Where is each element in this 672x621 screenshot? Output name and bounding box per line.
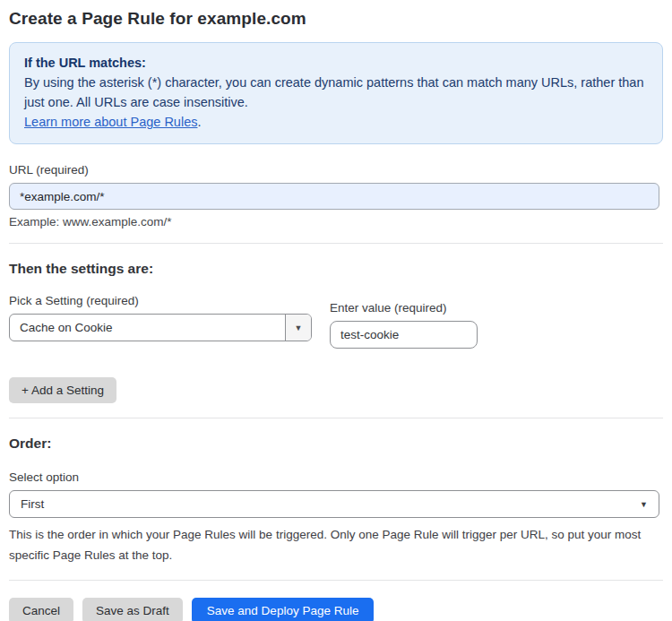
learn-more-link[interactable]: Learn more about Page Rules bbox=[24, 115, 197, 129]
footer-actions: Cancel Save as Draft Save and Deploy Pag… bbox=[9, 598, 663, 621]
add-setting-button[interactable]: + Add a Setting bbox=[9, 377, 116, 403]
order-select-value: First bbox=[21, 497, 44, 511]
url-example: Example: www.example.com/* bbox=[9, 215, 663, 229]
footer-divider bbox=[9, 580, 663, 581]
info-box-link-line: Learn more about Page Rules. bbox=[24, 112, 648, 132]
setting-dropdown[interactable]: Cache on Cookie ▼ bbox=[9, 314, 312, 341]
setting-column: Pick a Setting (required) Cache on Cooki… bbox=[9, 294, 312, 349]
order-heading: Order: bbox=[9, 436, 663, 452]
setting-dropdown-value: Cache on Cookie bbox=[10, 315, 285, 341]
url-input[interactable] bbox=[9, 183, 659, 210]
page-rule-form: Create a Page Rule for example.com If th… bbox=[0, 9, 672, 621]
link-suffix: . bbox=[197, 115, 201, 129]
value-label: Enter value (required) bbox=[330, 301, 478, 315]
order-select[interactable]: First ▼ bbox=[9, 490, 659, 518]
save-deploy-button[interactable]: Save and Deploy Page Rule bbox=[192, 598, 375, 621]
cancel-button[interactable]: Cancel bbox=[9, 598, 73, 621]
setting-dropdown-arrow-button[interactable]: ▼ bbox=[285, 315, 311, 341]
section-divider bbox=[9, 243, 663, 244]
value-column: Enter value (required) bbox=[330, 301, 478, 349]
order-select-label: Select option bbox=[9, 470, 663, 484]
url-label: URL (required) bbox=[9, 163, 663, 177]
order-help-text: This is the order in which your Page Rul… bbox=[9, 524, 654, 565]
section-divider bbox=[9, 418, 663, 418]
url-match-info-box: If the URL matches: By using the asteris… bbox=[9, 42, 663, 144]
setting-label: Pick a Setting (required) bbox=[9, 294, 312, 307]
chevron-down-icon: ▼ bbox=[640, 500, 648, 509]
save-draft-button[interactable]: Save as Draft bbox=[82, 598, 183, 621]
settings-heading: Then the settings are: bbox=[9, 261, 663, 277]
info-box-body: By using the asterisk (*) character, you… bbox=[24, 73, 648, 112]
page-title: Create a Page Rule for example.com bbox=[9, 9, 663, 29]
info-box-heading: If the URL matches: bbox=[24, 53, 648, 73]
chevron-down-icon: ▼ bbox=[295, 323, 303, 332]
settings-row: Pick a Setting (required) Cache on Cooki… bbox=[9, 294, 663, 349]
setting-value-input[interactable] bbox=[330, 321, 478, 349]
